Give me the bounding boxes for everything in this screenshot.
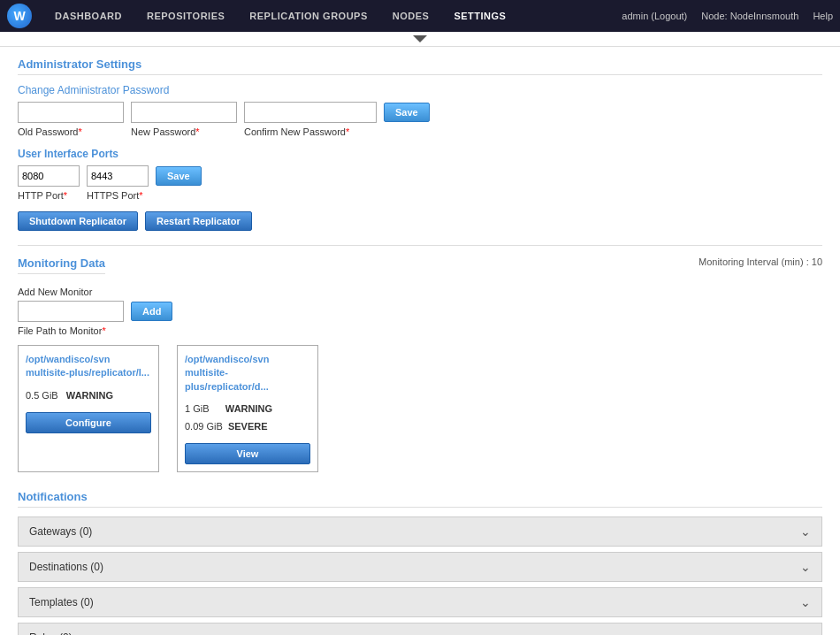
add-monitor-row: Add bbox=[18, 301, 822, 322]
monitoring-header: Monitoring Data Monitoring Interval (min… bbox=[18, 256, 822, 279]
add-monitor-label: Add New Monitor bbox=[18, 287, 822, 297]
change-password-title: Change Administrator Password bbox=[18, 84, 822, 96]
monitor-card-1-configure-button[interactable]: Configure bbox=[26, 412, 151, 433]
nav-logo: W bbox=[7, 4, 32, 28]
content: Administrator Settings Change Administra… bbox=[0, 47, 840, 635]
password-save-button[interactable]: Save bbox=[384, 103, 430, 122]
notifications-section: Notifications Gateways (0) ⌄ Destination… bbox=[18, 490, 822, 635]
admin-settings-title: Administrator Settings bbox=[18, 57, 822, 75]
monitoring-title: Monitoring Data bbox=[18, 256, 105, 274]
ports-row: Save bbox=[18, 165, 822, 187]
action-buttons: Shutdown Replicator Restart Replicator bbox=[18, 211, 822, 231]
http-port-label: HTTP Port* bbox=[18, 190, 80, 201]
monitor-card-1-path: /opt/wandisco/svn multisite-plus/replica… bbox=[26, 353, 151, 380]
https-port-input[interactable] bbox=[87, 165, 149, 187]
monitor-card-2-stats: 1 GiB WARNING 0.09 GiB SEVERE bbox=[185, 401, 310, 436]
rules-accordion-header[interactable]: Rules (0) ⌄ bbox=[19, 624, 821, 635]
password-field-labels: Old Password* New Password* Confirm New … bbox=[18, 126, 822, 137]
monitor-card-2-view-button[interactable]: View bbox=[185, 443, 310, 464]
nav-dashboard[interactable]: DASHBOARD bbox=[42, 0, 134, 32]
monitor-card-2-path: /opt/wandisco/svn multisite-plus/replica… bbox=[185, 353, 310, 394]
monitor-cards: /opt/wandisco/svn multisite-plus/replica… bbox=[18, 345, 822, 472]
gateways-accordion[interactable]: Gateways (0) ⌄ bbox=[18, 516, 822, 547]
templates-accordion[interactable]: Templates (0) ⌄ bbox=[18, 587, 822, 617]
destinations-accordion-header[interactable]: Destinations (0) ⌄ bbox=[19, 553, 821, 581]
monitor-card-2-stat-1: 1 GiB WARNING bbox=[185, 401, 310, 418]
http-port-input[interactable] bbox=[18, 165, 80, 187]
monitoring-section: Monitoring Data Monitoring Interval (min… bbox=[18, 256, 822, 472]
templates-accordion-header[interactable]: Templates (0) ⌄ bbox=[19, 588, 821, 616]
templates-chevron-icon: ⌄ bbox=[800, 595, 811, 609]
nav-user[interactable]: admin (Logout) bbox=[622, 11, 687, 21]
dropdown-arrow-icon bbox=[413, 35, 427, 42]
file-path-label: File Path to Monitor* bbox=[18, 325, 822, 336]
rules-accordion[interactable]: Rules (0) ⌄ bbox=[18, 623, 822, 635]
port-labels: HTTP Port* HTTPS Port* bbox=[18, 190, 822, 201]
destinations-label: Destinations (0) bbox=[29, 561, 103, 573]
confirm-password-label: Confirm New Password* bbox=[244, 126, 377, 137]
monitor-path-input[interactable] bbox=[18, 301, 124, 322]
gateways-chevron-icon: ⌄ bbox=[800, 524, 811, 539]
nav-nodes[interactable]: NODES bbox=[380, 0, 442, 32]
templates-label: Templates (0) bbox=[29, 596, 94, 608]
https-port-label: HTTPS Port* bbox=[87, 190, 149, 201]
nav-repositories[interactable]: REPOSITORIES bbox=[134, 0, 237, 32]
rules-chevron-icon: ⌄ bbox=[800, 631, 811, 635]
password-row: Save bbox=[18, 102, 822, 123]
gateways-accordion-header[interactable]: Gateways (0) ⌄ bbox=[19, 517, 821, 546]
nav-right: admin (Logout) Node: NodeInnsmouth Help bbox=[622, 11, 833, 21]
new-password-label: New Password* bbox=[131, 126, 237, 137]
old-password-label: Old Password* bbox=[18, 126, 124, 137]
notifications-title: Notifications bbox=[18, 490, 822, 508]
nav-replication-groups[interactable]: REPLICATION GROUPS bbox=[237, 0, 379, 32]
nav-node: Node: NodeInnsmouth bbox=[701, 11, 798, 21]
monitor-card-2-stat-2: 0.09 GiB SEVERE bbox=[185, 418, 310, 436]
destinations-accordion[interactable]: Destinations (0) ⌄ bbox=[18, 552, 822, 582]
nav-help[interactable]: Help bbox=[813, 11, 833, 21]
monitoring-interval: Monitoring Interval (min) : 10 bbox=[699, 256, 822, 267]
change-password-section: Change Administrator Password Save Old P… bbox=[18, 84, 822, 137]
new-password-input[interactable] bbox=[131, 102, 237, 123]
rules-label: Rules (0) bbox=[29, 631, 73, 635]
nav-links: DASHBOARD REPOSITORIES REPLICATION GROUP… bbox=[42, 0, 622, 32]
monitor-card-1-stat-1: 0.5 GiB WARNING bbox=[26, 387, 151, 405]
add-monitor-button[interactable]: Add bbox=[131, 302, 172, 321]
monitor-card-1-stats: 0.5 GiB WARNING bbox=[26, 387, 151, 405]
nav-settings[interactable]: SETTINGS bbox=[441, 0, 518, 32]
ports-save-button[interactable]: Save bbox=[156, 166, 202, 186]
admin-settings-section: Administrator Settings Change Administra… bbox=[18, 57, 822, 231]
monitor-card-2: /opt/wandisco/svn multisite-plus/replica… bbox=[177, 345, 318, 472]
old-password-input[interactable] bbox=[18, 102, 124, 123]
gateways-label: Gateways (0) bbox=[29, 525, 92, 538]
monitor-card-1: /opt/wandisco/svn multisite-plus/replica… bbox=[18, 345, 159, 472]
nav-bar: W DASHBOARD REPOSITORIES REPLICATION GRO… bbox=[0, 0, 840, 32]
confirm-password-input[interactable] bbox=[244, 102, 377, 123]
dropdown-arrow-container bbox=[0, 32, 840, 47]
ports-section: User Interface Ports Save HTTP Port* HTT… bbox=[18, 148, 822, 201]
separator-1 bbox=[18, 245, 822, 246]
shutdown-replicator-button[interactable]: Shutdown Replicator bbox=[18, 211, 138, 231]
restart-replicator-button[interactable]: Restart Replicator bbox=[145, 211, 252, 231]
ports-title: User Interface Ports bbox=[18, 148, 822, 160]
destinations-chevron-icon: ⌄ bbox=[800, 560, 811, 574]
